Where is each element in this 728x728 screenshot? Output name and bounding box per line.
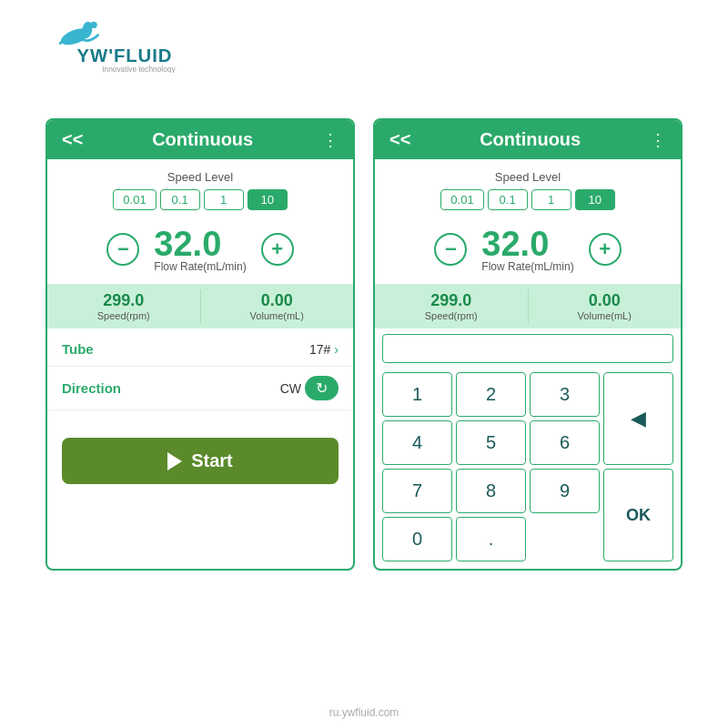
right-speed-stat: 299.0 Speed(rpm) [375, 284, 528, 329]
right-speed-btn-001[interactable]: 0.01 [440, 189, 483, 210]
numpad-ok[interactable]: OK [603, 469, 673, 561]
left-play-icon [167, 452, 182, 470]
left-start-area: Start [47, 410, 353, 499]
left-panel-header: << Continuous ⋮ [47, 120, 353, 159]
left-flow-unit: Flow Rate(mL/min) [154, 260, 246, 273]
svg-text:YW'FLUID: YW'FLUID [77, 46, 173, 66]
panels-container: << Continuous ⋮ Speed Level 0.01 0.1 1 1… [18, 118, 710, 571]
right-minus-button[interactable]: − [434, 233, 467, 266]
right-panel: << Continuous ⋮ Speed Level 0.01 0.1 1 1… [373, 118, 682, 571]
left-volume-label: Volume(mL) [208, 310, 347, 321]
right-stats-row: 299.0 Speed(rpm) 0.00 Volume(mL) [375, 284, 681, 329]
left-flow-rate-section: − 32.0 Flow Rate(mL/min) + [47, 217, 353, 280]
numpad-key-9[interactable]: 9 [530, 469, 600, 513]
numpad-key-8[interactable]: 8 [456, 469, 526, 513]
left-stats-row: 299.0 Speed(rpm) 0.00 Volume(mL) [47, 284, 353, 329]
left-menu-icon[interactable]: ⋮ [322, 130, 339, 150]
left-tube-chevron: › [334, 342, 339, 357]
svg-text:Innovative technology: Innovative technology [102, 65, 176, 73]
watermark: ru.ywfluid.com [329, 706, 399, 719]
right-speed-btn-10[interactable]: 10 [575, 189, 615, 210]
right-flow-value: 32.0 [481, 225, 573, 264]
right-speed-btn-1[interactable]: 1 [531, 189, 571, 210]
numpad-key-7[interactable]: 7 [382, 469, 452, 513]
numpad-key-4[interactable]: 4 [382, 420, 452, 465]
right-numpad-display[interactable] [382, 334, 673, 363]
left-speed-level-buttons: 0.01 0.1 1 10 [62, 189, 339, 210]
left-direction-icon: ↻ [316, 379, 328, 397]
left-volume-value: 0.00 [208, 291, 347, 310]
logo-svg: YW'FLUID Innovative technology [36, 18, 218, 73]
left-speed-stat: 299.0 Speed(rpm) [47, 284, 200, 329]
svg-point-2 [90, 22, 96, 28]
left-direction-toggle[interactable]: ↻ [305, 376, 339, 400]
right-speed-level-buttons: 0.01 0.1 1 10 [389, 189, 666, 210]
left-speed-btn-10[interactable]: 10 [248, 189, 288, 210]
left-panel: << Continuous ⋮ Speed Level 0.01 0.1 1 1… [46, 118, 355, 571]
left-speed-label: Speed(rpm) [55, 310, 193, 321]
left-start-button[interactable]: Start [62, 438, 339, 484]
right-back-button[interactable]: << [389, 129, 410, 150]
numpad-key-dot[interactable]: . [456, 517, 526, 561]
left-speed-btn-01[interactable]: 0.1 [160, 189, 200, 210]
left-panel-title: Continuous [94, 129, 311, 150]
right-volume-label: Volume(mL) [536, 310, 674, 321]
numpad-key-0[interactable]: 0 [382, 517, 452, 561]
left-speed-level-label: Speed Level [62, 170, 339, 184]
numpad-key-1[interactable]: 1 [382, 372, 452, 417]
left-start-label: Start [191, 450, 233, 471]
right-speed-level-label: Speed Level [389, 170, 666, 184]
right-plus-button[interactable]: + [589, 233, 622, 266]
left-back-button[interactable]: << [62, 129, 83, 150]
right-speed-value: 299.0 [382, 291, 521, 310]
left-speed-level-section: Speed Level 0.01 0.1 1 10 [47, 159, 353, 217]
left-speed-value: 299.0 [55, 291, 193, 310]
left-flow-value: 32.0 [154, 225, 246, 264]
right-panel-title: Continuous [421, 129, 639, 150]
right-numpad: 1 2 3 ◀ 4 5 6 7 8 9 OK 0 . [375, 369, 681, 569]
right-speed-btn-01[interactable]: 0.1 [488, 189, 528, 210]
right-panel-header: << Continuous ⋮ [375, 120, 681, 159]
left-tube-row[interactable]: Tube 17# › [47, 332, 353, 367]
left-plus-button[interactable]: + [261, 233, 294, 266]
left-minus-button[interactable]: − [106, 233, 139, 266]
right-volume-stat: 0.00 Volume(mL) [529, 284, 682, 329]
right-flow-rate-section: − 32.0 Flow Rate(mL/min) + [375, 217, 681, 280]
right-flow-unit: Flow Rate(mL/min) [481, 260, 573, 273]
left-direction-label: Direction [62, 380, 121, 396]
numpad-backspace[interactable]: ◀ [603, 372, 673, 465]
left-direction-value: CW ↻ [280, 376, 339, 400]
right-volume-value: 0.00 [536, 291, 674, 310]
logo-area: YW'FLUID Innovative technology [36, 18, 218, 73]
numpad-key-5[interactable]: 5 [456, 420, 526, 465]
left-tube-value: 17# › [309, 342, 339, 357]
numpad-key-6[interactable]: 6 [530, 420, 600, 465]
right-speed-label: Speed(rpm) [382, 310, 521, 321]
numpad-key-2[interactable]: 2 [456, 372, 526, 417]
left-speed-btn-1[interactable]: 1 [204, 189, 244, 210]
left-tube-label: Tube [62, 341, 94, 357]
right-menu-icon[interactable]: ⋮ [650, 130, 666, 150]
left-speed-btn-001[interactable]: 0.01 [113, 189, 156, 210]
left-volume-stat: 0.00 Volume(mL) [201, 284, 354, 329]
left-direction-row: Direction CW ↻ [47, 367, 353, 410]
numpad-key-3[interactable]: 3 [530, 372, 600, 417]
right-speed-level-section: Speed Level 0.01 0.1 1 10 [375, 159, 681, 217]
